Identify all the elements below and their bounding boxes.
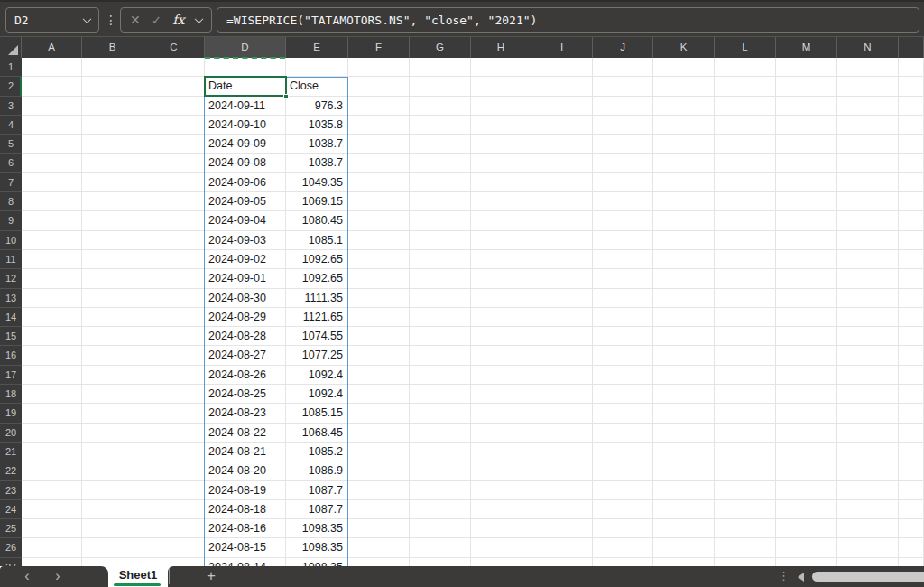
cell-O15[interactable] bbox=[899, 327, 924, 346]
cell-E16[interactable]: 1077.25 bbox=[286, 346, 348, 365]
cell-E1[interactable] bbox=[286, 58, 348, 77]
cell-L9[interactable] bbox=[715, 211, 776, 230]
formula-bar-gripper-icon[interactable]: ⋮ bbox=[105, 7, 117, 33]
row-header-18[interactable]: 18 bbox=[0, 385, 22, 404]
cell-B2[interactable] bbox=[82, 77, 143, 96]
cell-B7[interactable] bbox=[82, 173, 143, 192]
cell-H16[interactable] bbox=[471, 346, 531, 365]
cell-I5[interactable] bbox=[531, 135, 593, 154]
cell-A14[interactable] bbox=[22, 308, 82, 327]
cell-K23[interactable] bbox=[653, 481, 715, 500]
cell-I13[interactable] bbox=[531, 289, 593, 308]
cell-B12[interactable] bbox=[82, 269, 143, 288]
cell-D13[interactable]: 2024-08-30 bbox=[205, 289, 286, 308]
cell-I22[interactable] bbox=[531, 461, 593, 480]
cell-B26[interactable] bbox=[82, 538, 143, 557]
cell-E2[interactable]: Close bbox=[286, 77, 348, 96]
cell-A8[interactable] bbox=[22, 192, 82, 211]
cell-H15[interactable] bbox=[471, 327, 531, 346]
cell-H8[interactable] bbox=[471, 192, 531, 211]
cell-J3[interactable] bbox=[593, 97, 653, 116]
row-header-6[interactable]: 6 bbox=[0, 154, 22, 172]
cell-C20[interactable] bbox=[143, 424, 205, 443]
column-header-B[interactable]: B bbox=[82, 37, 143, 58]
cell-G12[interactable] bbox=[410, 269, 471, 288]
cell-B24[interactable] bbox=[82, 500, 143, 519]
cell-G17[interactable] bbox=[410, 366, 471, 385]
cell-M21[interactable] bbox=[776, 443, 837, 461]
cell-M4[interactable] bbox=[776, 116, 837, 135]
cell-G26[interactable] bbox=[410, 538, 471, 557]
cell-J17[interactable] bbox=[593, 366, 653, 385]
cell-K22[interactable] bbox=[653, 461, 715, 480]
column-header-M[interactable]: M bbox=[776, 37, 837, 58]
cell-L19[interactable] bbox=[715, 404, 776, 423]
cell-B21[interactable] bbox=[82, 443, 143, 461]
cell-J10[interactable] bbox=[593, 231, 653, 250]
cell-D18[interactable]: 2024-08-25 bbox=[205, 385, 286, 404]
cell-N18[interactable] bbox=[837, 385, 899, 404]
cell-A15[interactable] bbox=[22, 327, 82, 346]
cell-E18[interactable]: 1092.4 bbox=[286, 385, 348, 404]
cell-M11[interactable] bbox=[776, 250, 837, 269]
cell-F25[interactable] bbox=[348, 519, 410, 538]
cell-D6[interactable]: 2024-09-08 bbox=[205, 154, 286, 172]
cell-M6[interactable] bbox=[776, 154, 837, 172]
cell-J6[interactable] bbox=[593, 154, 653, 172]
row-header-1[interactable]: 1 bbox=[0, 58, 22, 77]
cell-J11[interactable] bbox=[593, 250, 653, 269]
cell-K10[interactable] bbox=[653, 231, 715, 250]
cell-O18[interactable] bbox=[899, 385, 924, 404]
cell-M20[interactable] bbox=[776, 424, 837, 443]
cell-G14[interactable] bbox=[410, 308, 471, 327]
cell-G5[interactable] bbox=[410, 135, 471, 154]
cell-H26[interactable] bbox=[471, 538, 531, 557]
cell-H4[interactable] bbox=[471, 116, 531, 135]
cell-C9[interactable] bbox=[143, 211, 205, 230]
cell-C13[interactable] bbox=[143, 289, 205, 308]
cell-M19[interactable] bbox=[776, 404, 837, 423]
cell-N1[interactable] bbox=[837, 58, 899, 77]
cell-N13[interactable] bbox=[837, 289, 899, 308]
cell-C16[interactable] bbox=[143, 346, 205, 365]
cell-G22[interactable] bbox=[410, 461, 471, 480]
cell-F22[interactable] bbox=[348, 461, 410, 480]
cell-J8[interactable] bbox=[593, 192, 653, 211]
row-header-12[interactable]: 12 bbox=[0, 269, 22, 288]
cell-J12[interactable] bbox=[593, 269, 653, 288]
cell-N16[interactable] bbox=[837, 346, 899, 365]
cell-H24[interactable] bbox=[471, 500, 531, 519]
cell-B4[interactable] bbox=[82, 116, 143, 135]
cell-M5[interactable] bbox=[776, 135, 837, 154]
cell-F7[interactable] bbox=[348, 173, 410, 192]
cell-N10[interactable] bbox=[837, 231, 899, 250]
cell-L8[interactable] bbox=[715, 192, 776, 211]
cell-B19[interactable] bbox=[82, 404, 143, 423]
cell-G21[interactable] bbox=[410, 443, 471, 461]
cell-I24[interactable] bbox=[531, 500, 593, 519]
cell-I18[interactable] bbox=[531, 385, 593, 404]
cell-G6[interactable] bbox=[410, 154, 471, 172]
cell-L22[interactable] bbox=[715, 461, 776, 480]
row-header-21[interactable]: 21 bbox=[0, 443, 22, 461]
cell-D10[interactable]: 2024-09-03 bbox=[205, 231, 286, 250]
next-sheet-button[interactable]: › bbox=[49, 566, 67, 587]
cell-H3[interactable] bbox=[471, 97, 531, 116]
tabbar-more-icon[interactable]: ⋮ bbox=[778, 566, 790, 587]
cell-D5[interactable]: 2024-09-09 bbox=[205, 135, 286, 154]
cell-E10[interactable]: 1085.1 bbox=[286, 231, 348, 250]
cell-G1[interactable] bbox=[410, 58, 471, 77]
cell-G2[interactable] bbox=[410, 77, 471, 96]
cell-D20[interactable]: 2024-08-22 bbox=[205, 424, 286, 443]
prev-sheet-button[interactable]: ‹ bbox=[18, 566, 36, 587]
cell-F20[interactable] bbox=[348, 424, 410, 443]
cell-J22[interactable] bbox=[593, 461, 653, 480]
cell-C21[interactable] bbox=[143, 443, 205, 461]
cell-F21[interactable] bbox=[348, 443, 410, 461]
cell-L4[interactable] bbox=[715, 116, 776, 135]
cell-B11[interactable] bbox=[82, 250, 143, 269]
cell-F6[interactable] bbox=[348, 154, 410, 172]
cell-O17[interactable] bbox=[899, 366, 924, 385]
cell-I25[interactable] bbox=[531, 519, 593, 538]
row-header-10[interactable]: 10 bbox=[0, 231, 22, 250]
